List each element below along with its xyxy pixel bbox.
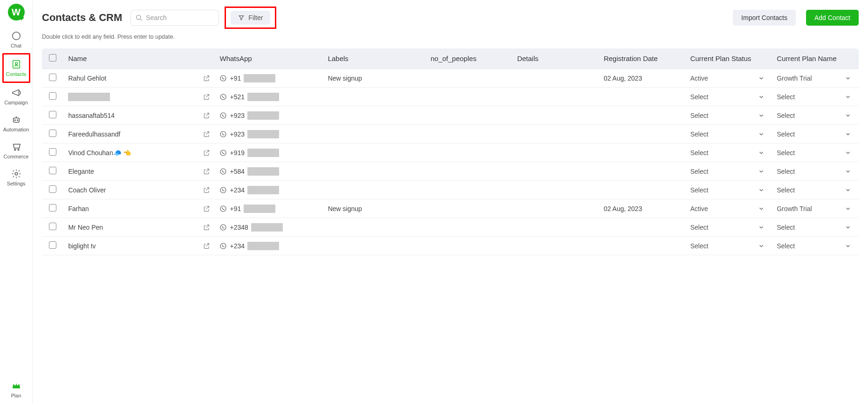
row-checkbox[interactable] [49, 130, 56, 137]
open-external-icon[interactable] [203, 149, 210, 157]
row-checkbox[interactable] [49, 204, 56, 212]
status-select[interactable]: Select [690, 112, 767, 119]
row-checkbox[interactable] [49, 111, 56, 118]
row-checkbox[interactable] [49, 223, 56, 230]
open-external-icon[interactable] [203, 168, 210, 175]
whatsapp-cell[interactable]: +521 [219, 93, 318, 101]
people-cell[interactable] [426, 162, 513, 181]
label-value[interactable]: New signup [328, 205, 362, 212]
people-cell[interactable] [426, 106, 513, 125]
status-select[interactable]: Select [690, 186, 767, 194]
people-cell[interactable] [426, 237, 513, 255]
contact-name[interactable]: Rahul Gehlot [68, 75, 106, 82]
people-cell[interactable] [426, 181, 513, 199]
details-cell[interactable] [513, 106, 599, 125]
plan-select[interactable]: Select [777, 186, 854, 194]
sidebar-item-commerce[interactable]: Commerce [2, 137, 30, 164]
open-external-icon[interactable] [203, 130, 210, 138]
plan-select[interactable]: Select [777, 130, 854, 138]
status-select[interactable]: Active [690, 205, 767, 212]
row-checkbox[interactable] [49, 74, 56, 81]
row-checkbox[interactable] [49, 92, 56, 100]
whatsapp-cell[interactable]: +2348 [219, 223, 318, 232]
people-cell[interactable] [426, 218, 513, 237]
status-select[interactable]: Select [690, 130, 767, 138]
people-cell[interactable] [426, 88, 513, 106]
whatsapp-cell[interactable]: +923 [219, 130, 318, 138]
contact-name[interactable]: Coach Oliver [68, 186, 106, 194]
status-select[interactable]: Select [690, 168, 767, 175]
status-select[interactable]: Select [690, 242, 767, 250]
details-cell[interactable] [513, 237, 599, 255]
search-input[interactable] [130, 10, 219, 26]
details-cell[interactable] [513, 199, 599, 218]
filter-button[interactable]: Filter [231, 11, 270, 25]
status-select[interactable]: Select [690, 93, 767, 101]
row-checkbox[interactable] [49, 241, 56, 249]
sidebar-item-campaign[interactable]: Campaign [2, 83, 30, 110]
open-external-icon[interactable] [203, 205, 210, 212]
app-logo[interactable]: W [8, 4, 25, 20]
sidebar-item-chat[interactable]: Chat [2, 26, 30, 53]
whatsapp-cell[interactable]: +91 [219, 205, 318, 213]
reg-date[interactable]: 02 Aug, 2023 [604, 75, 642, 82]
details-cell[interactable] [513, 88, 599, 106]
row-checkbox[interactable] [49, 167, 56, 174]
contact-name[interactable]: Mr Neo Pen [68, 224, 103, 231]
label-value[interactable]: New signup [328, 75, 362, 82]
details-cell[interactable] [513, 162, 599, 181]
status-select[interactable]: Select [690, 149, 767, 157]
col-details[interactable]: Details [513, 48, 599, 69]
row-checkbox[interactable] [49, 185, 56, 193]
reg-date[interactable]: 02 Aug, 2023 [604, 205, 642, 212]
status-select[interactable]: Select [690, 224, 767, 231]
plan-select[interactable]: Select [777, 168, 854, 175]
contact-name[interactable]: Elegante [68, 168, 94, 175]
open-external-icon[interactable] [203, 186, 210, 194]
open-external-icon[interactable] [203, 242, 210, 250]
plan-select[interactable]: Select [777, 224, 854, 231]
people-cell[interactable] [426, 125, 513, 143]
details-cell[interactable] [513, 125, 599, 143]
add-contact-button[interactable]: Add Contact [806, 10, 859, 26]
plan-select[interactable]: Growth Trial [777, 205, 854, 212]
open-external-icon[interactable] [203, 75, 210, 82]
plan-select[interactable]: Growth Trial [777, 75, 854, 82]
contact-name[interactable]: Farhan [68, 205, 89, 212]
col-plan[interactable]: Current Plan Name [772, 48, 859, 69]
contact-name[interactable]: hassanaftab514 [68, 112, 115, 119]
import-contacts-button[interactable]: Import Contacts [733, 10, 796, 26]
whatsapp-cell[interactable]: +234 [219, 242, 318, 250]
sidebar-item-automation[interactable]: Automation [2, 110, 30, 137]
col-labels[interactable]: Labels [323, 48, 426, 69]
col-whatsapp[interactable]: WhatsApp [215, 48, 323, 69]
people-cell[interactable] [426, 143, 513, 162]
contact-name[interactable]: biglight tv [68, 242, 96, 250]
people-cell[interactable] [426, 69, 513, 88]
whatsapp-cell[interactable]: +919 [219, 149, 318, 157]
open-external-icon[interactable] [203, 93, 210, 101]
plan-select[interactable]: Select [777, 242, 854, 250]
people-cell[interactable] [426, 199, 513, 218]
sidebar-item-settings[interactable]: Settings [2, 164, 30, 191]
whatsapp-cell[interactable]: +234 [219, 186, 318, 194]
whatsapp-cell[interactable]: +584 [219, 167, 318, 176]
open-external-icon[interactable] [203, 224, 210, 231]
details-cell[interactable] [513, 143, 599, 162]
row-checkbox[interactable] [49, 148, 56, 156]
details-cell[interactable] [513, 181, 599, 199]
col-status[interactable]: Current Plan Status [685, 48, 772, 69]
status-select[interactable]: Active [690, 75, 767, 82]
select-all-checkbox[interactable] [49, 54, 56, 61]
col-reg[interactable]: Registration Date [599, 48, 686, 69]
whatsapp-cell[interactable]: +91 [219, 74, 318, 82]
plan-select[interactable]: Select [777, 93, 854, 101]
details-cell[interactable] [513, 69, 599, 88]
plan-select[interactable]: Select [777, 112, 854, 119]
contact-name[interactable]: Fareedulhassandf [68, 130, 120, 138]
details-cell[interactable] [513, 218, 599, 237]
open-external-icon[interactable] [203, 112, 210, 119]
col-people[interactable]: no_of_peoples [426, 48, 513, 69]
contact-name[interactable]: Vinod Chouhan🧢 👈 [68, 149, 130, 157]
sidebar-item-plan[interactable]: Plan [11, 376, 21, 403]
